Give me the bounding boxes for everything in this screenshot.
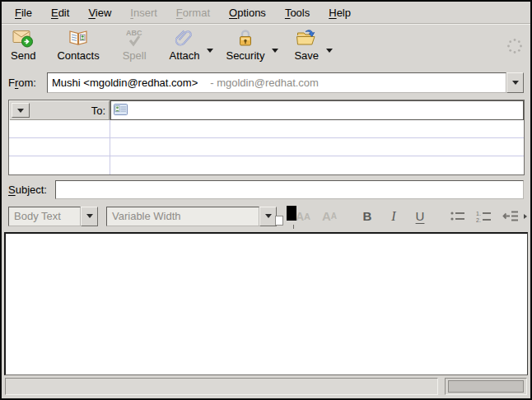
activity-throbber-icon (506, 37, 524, 58)
italic-button[interactable]: I (384, 207, 404, 226)
save-label: Save (294, 49, 319, 62)
text-color-swatch (287, 206, 296, 221)
contacts-label: Contacts (57, 49, 99, 62)
recipients-table: To: (8, 100, 525, 175)
spellcheck-icon: ABC (123, 27, 146, 49)
contacts-button[interactable]: Contacts (51, 26, 105, 63)
outdent-button[interactable] (501, 207, 520, 226)
contacts-icon (67, 27, 90, 49)
menu-tools[interactable]: Tools (280, 3, 315, 22)
numbered-list-icon: 1. 2. (476, 210, 492, 223)
recipient-empty-row[interactable] (9, 120, 524, 138)
attach-button[interactable]: Attach (164, 26, 206, 63)
from-account-combo[interactable]: Mushi <mgoldin@redhat.com> - mgoldin@red… (47, 72, 524, 93)
status-progress-pane (445, 378, 527, 395)
composer-window: File Edit View Insert Format Options Too… (0, 0, 532, 400)
status-bar (5, 378, 527, 395)
subject-row: Subject: (2, 175, 530, 203)
save-dropdown-arrow-icon[interactable] (326, 49, 333, 56)
svg-text:ABC: ABC (126, 29, 142, 37)
paragraph-style-arrow-button[interactable] (81, 207, 98, 226)
background-color-swatch (275, 216, 283, 226)
menu-options[interactable]: Options (224, 3, 271, 22)
main-toolbar: Send Contacts (2, 24, 530, 67)
bold-button[interactable]: B (357, 207, 377, 226)
numbered-list-button[interactable]: 1. 2. (474, 207, 494, 226)
contact-card-icon (114, 104, 128, 118)
to-label: To: (91, 105, 105, 117)
from-account-value[interactable]: Mushi <mgoldin@redhat.com> - mgoldin@red… (47, 72, 506, 93)
recipient-empty-row[interactable] (9, 138, 524, 156)
subject-label: Subject: (8, 184, 55, 196)
color-caret (293, 225, 294, 229)
menu-view[interactable]: View (83, 3, 116, 22)
attachment-icon (173, 27, 196, 49)
chevron-down-icon (512, 81, 519, 88)
chevron-down-icon (265, 214, 272, 221)
menu-format: Format (171, 3, 215, 22)
send-icon (12, 27, 35, 49)
paragraph-style-combo[interactable]: Body Text (8, 207, 98, 226)
menu-insert: Insert (125, 3, 162, 22)
spell-label: Spell (123, 49, 147, 62)
message-body-editor[interactable] (4, 232, 528, 375)
status-message-pane (5, 378, 438, 395)
security-dropdown-arrow-icon[interactable] (272, 49, 278, 56)
toolbar-overflow-arrow-icon[interactable] (524, 214, 530, 219)
recipient-header-row: To: (9, 100, 524, 120)
underline-button[interactable]: U (410, 207, 430, 226)
paragraph-style-value: Body Text (8, 207, 81, 226)
grow-font-button: AA (320, 207, 339, 226)
menu-help[interactable]: Help (324, 3, 356, 22)
from-label: From: (8, 77, 47, 89)
bullet-list-icon (450, 210, 466, 222)
svg-text:1.: 1. (476, 211, 481, 216)
recipient-type-cell: To: (9, 100, 110, 120)
save-button[interactable]: Save (288, 26, 324, 63)
svg-text:2.: 2. (476, 217, 481, 223)
send-label: Send (11, 49, 35, 62)
lock-icon (234, 27, 257, 49)
recipient-empty-row[interactable] (9, 156, 524, 174)
security-button[interactable]: Security (220, 26, 270, 63)
attach-label: Attach (170, 49, 200, 62)
font-name-combo[interactable]: Variable Width (106, 207, 277, 226)
chevron-down-icon (86, 214, 93, 221)
attach-dropdown-arrow-icon[interactable] (207, 49, 213, 56)
subject-input[interactable] (55, 180, 524, 199)
status-progress-fill (448, 380, 524, 393)
from-row: From: Mushi <mgoldin@redhat.com> - mgold… (2, 67, 530, 98)
save-icon (295, 27, 318, 49)
from-account-hint: - mgoldin@redhat.com (210, 77, 319, 89)
send-button[interactable]: Send (5, 26, 41, 63)
outdent-icon (502, 210, 519, 222)
to-input[interactable] (110, 100, 524, 120)
security-label: Security (226, 49, 264, 62)
from-account-text: Mushi <mgoldin@redhat.com> (52, 77, 198, 89)
from-combo-arrow-button[interactable] (506, 72, 524, 93)
font-name-value: Variable Width (106, 207, 259, 226)
menu-file[interactable]: File (10, 3, 37, 22)
format-toolbar: Body Text Variable Width AA AA B I U (2, 203, 530, 229)
menu-edit[interactable]: Edit (46, 3, 74, 22)
chevron-down-icon (17, 109, 24, 116)
font-name-arrow-button[interactable] (259, 207, 277, 226)
bullet-list-button[interactable] (448, 207, 468, 226)
spell-button: ABC Spell (117, 26, 152, 63)
menu-bar: File Edit View Insert Format Options Too… (2, 2, 530, 24)
recipient-type-button[interactable] (12, 103, 30, 118)
